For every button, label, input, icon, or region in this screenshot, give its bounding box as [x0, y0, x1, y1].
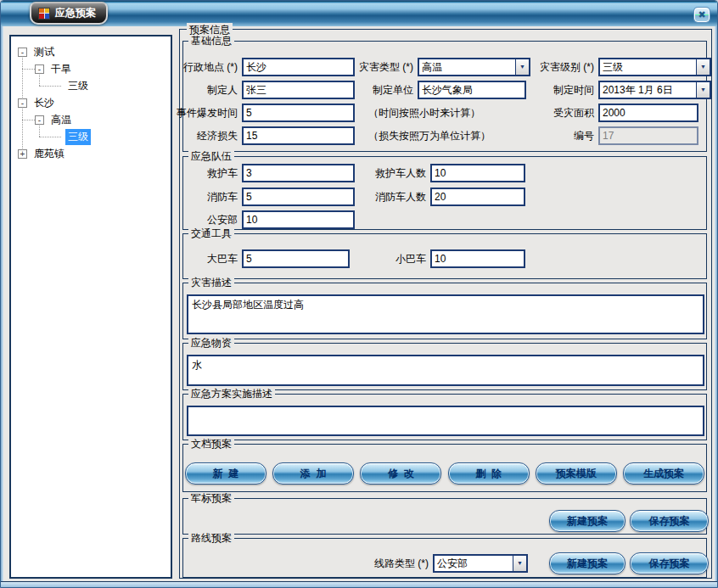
disaster-level-value: 三级 [603, 59, 623, 75]
tree-toggle-collapse-icon[interactable]: - [35, 115, 44, 125]
generate-plan-button[interactable]: 生成预案 [623, 462, 704, 484]
basic-info-group: 基础信息 行政地点 (*) 灾害类型 (*) 高温 ▼ 灾害级别 (*) 三级 … [182, 41, 707, 152]
tree-item-label[interactable]: 鹿苑镇 [31, 146, 67, 162]
tree-toggle-collapse-icon[interactable]: - [18, 98, 27, 108]
new-button[interactable]: 新 建 [185, 462, 266, 484]
plan-id-label: 编号 [574, 126, 594, 145]
location-label: 行政地点 (*) [183, 58, 238, 76]
outbreak-time-label: 事件爆发时间 [177, 104, 238, 122]
tree-toggle-collapse-icon[interactable]: - [18, 48, 27, 57]
modify-button[interactable]: 修 改 [360, 462, 441, 484]
emergency-teams-group-title: 应急队伍 [188, 150, 234, 162]
police-input[interactable] [242, 210, 355, 229]
tree-item-label[interactable]: 长沙 [31, 95, 57, 111]
route-plan-group-title: 路线预案 [188, 532, 234, 544]
disaster-desc-group-title: 灾害描述 [188, 277, 234, 288]
tree-item-sanji-1[interactable]: 三级 [61, 77, 91, 94]
supplies-group-title: 应急物资 [188, 337, 234, 349]
economic-loss-label: 经济损失 [197, 126, 238, 145]
title-bar: 应急预案 ✖ [1, 1, 717, 26]
tree-connector-line [22, 120, 35, 120]
date-label: 制定时间 [553, 81, 594, 99]
firetruck-staff-input[interactable] [430, 188, 525, 206]
tree-item-ceshi[interactable]: - 测试 [18, 43, 57, 60]
org-input[interactable] [418, 81, 526, 99]
economic-loss-input[interactable] [242, 126, 355, 145]
minibus-input[interactable] [430, 249, 525, 268]
military-new-plan-button[interactable]: 新建预案 [549, 510, 625, 532]
close-icon[interactable]: ✖ [694, 8, 710, 22]
doc-plan-group: 文档预案 新 建 添 加 修 改 删 除 预案模版 生成预案 [182, 444, 707, 492]
date-picker[interactable]: 2013年 1月 6日 ▼ [598, 81, 711, 99]
supplies-group: 应急物资 水 [182, 343, 707, 390]
route-plan-group: 路线预案 线路类型 (*) 公安部 ▼ 新建预案 保存预案 [182, 538, 707, 578]
chevron-down-icon[interactable]: ▼ [515, 59, 529, 75]
tree-item-label[interactable]: 测试 [31, 44, 57, 60]
window-title: 应急预案 [55, 6, 96, 20]
bus-input[interactable] [242, 249, 350, 268]
chevron-down-icon[interactable]: ▼ [696, 59, 710, 75]
route-type-select[interactable]: 公安部 ▼ [433, 554, 528, 573]
tree-item-label[interactable]: 高温 [48, 112, 74, 128]
supplies-textarea[interactable]: 水 [187, 355, 704, 386]
author-input[interactable] [242, 81, 355, 99]
military-save-plan-button[interactable]: 保存预案 [630, 510, 709, 532]
loss-unit-note: （损失按照万为单位计算） [368, 126, 491, 145]
police-label: 公安部 [207, 210, 238, 229]
disaster-type-value: 高温 [422, 59, 442, 75]
implementation-group-title: 应急方案实施描述 [188, 388, 275, 400]
disaster-type-select[interactable]: 高温 ▼ [418, 58, 530, 76]
plan-tree: - 测试 - 干旱 三级 - 长沙 - 高温 三级 + 鹿苑镇 [9, 35, 172, 579]
outbreak-time-input[interactable] [242, 104, 355, 122]
tree-connector-line [22, 69, 35, 70]
tree-toggle-expand-icon[interactable]: + [18, 149, 27, 159]
affected-area-input[interactable] [598, 104, 698, 122]
chevron-down-icon[interactable]: ▼ [513, 556, 526, 571]
chevron-down-icon[interactable]: ▼ [696, 82, 710, 98]
tree-item-sanji-2-selected[interactable]: 三级 [61, 128, 91, 145]
firetruck-label: 消防车 [207, 188, 238, 206]
disaster-desc-textarea[interactable]: 长沙县局部地区温度过高 [187, 294, 704, 334]
emergency-teams-group: 应急队伍 救护车 救护车人数 消防车 消防车人数 公安部 [182, 156, 707, 230]
location-input[interactable] [242, 58, 355, 76]
ambulance-staff-input[interactable] [430, 164, 525, 182]
route-save-plan-button[interactable]: 保存预案 [630, 552, 709, 574]
window-edge-left [1, 26, 3, 581]
tree-toggle-collapse-icon[interactable]: - [35, 64, 44, 74]
org-label: 制定单位 [373, 81, 413, 99]
disaster-type-label: 灾害类型 (*) [359, 58, 413, 76]
route-new-plan-button[interactable]: 新建预案 [549, 552, 625, 574]
transport-group-title: 交通工具 [188, 227, 234, 239]
tree-item-luyuanzhen[interactable]: + 鹿苑镇 [18, 145, 67, 162]
route-type-value: 公安部 [437, 556, 468, 571]
author-label: 制定人 [207, 81, 238, 99]
date-value: 2013年 1月 6日 [603, 82, 673, 98]
doc-plan-group-title: 文档预案 [188, 438, 234, 450]
plan-info-group: 预案信息 基础信息 行政地点 (*) 灾害类型 (*) 高温 ▼ 灾害级别 (*… [179, 29, 712, 579]
implementation-group: 应急方案实施描述 [182, 394, 707, 440]
window-tab[interactable]: 应急预案 [30, 2, 108, 25]
tree-connector-line [39, 86, 61, 87]
plan-template-button[interactable]: 预案模版 [536, 462, 617, 484]
bus-label: 大巴车 [207, 249, 238, 268]
add-button[interactable]: 添 加 [272, 462, 354, 484]
tree-item-changsha[interactable]: - 长沙 [18, 94, 57, 111]
delete-button[interactable]: 删 除 [448, 462, 530, 484]
ambulance-staff-label: 救护车人数 [375, 164, 426, 182]
ambulance-label: 救护车 [207, 164, 238, 182]
tree-item-gaowen[interactable]: - 高温 [35, 111, 74, 128]
basic-info-group-title: 基础信息 [188, 35, 234, 47]
plan-id-input [598, 126, 698, 145]
tree-item-label[interactable]: 三级 [65, 129, 91, 145]
tree-item-label[interactable]: 三级 [65, 78, 91, 94]
ambulance-input[interactable] [242, 164, 355, 182]
minibus-label: 小巴车 [395, 249, 426, 268]
firetruck-input[interactable] [242, 188, 355, 206]
tree-item-label[interactable]: 干旱 [48, 61, 74, 77]
military-plan-group: 军标预案 新建预案 保存预案 [182, 498, 707, 535]
military-plan-group-title: 军标预案 [188, 492, 234, 504]
implementation-textarea[interactable] [187, 406, 704, 436]
tree-item-ganhan[interactable]: - 干旱 [35, 60, 74, 77]
app-window: 应急预案 ✖ - 测试 - 干旱 三级 - 长沙 - 高温 [0, 0, 718, 588]
disaster-level-select[interactable]: 三级 ▼ [598, 58, 711, 76]
